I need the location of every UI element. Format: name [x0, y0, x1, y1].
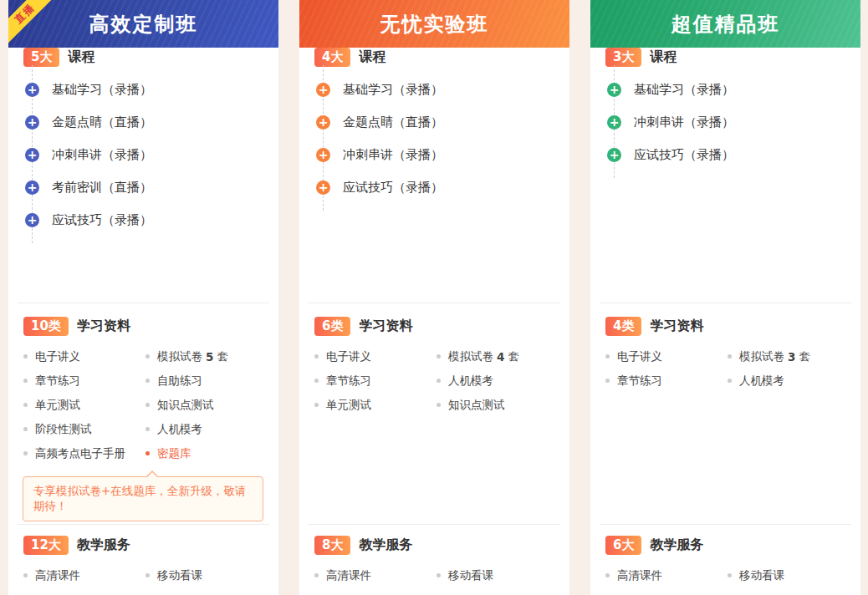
service-text: 高清课件: [35, 568, 80, 583]
course-item[interactable]: + 基础学习（录播）: [316, 74, 569, 106]
expand-plus-icon[interactable]: +: [607, 148, 621, 162]
material-text: 模拟试卷: [448, 349, 493, 364]
service-item: 移动看课: [146, 563, 278, 587]
material-unit: 套: [508, 349, 519, 364]
bullet-icon: [437, 379, 441, 383]
material-item: 章节练习: [605, 369, 728, 393]
course-item[interactable]: + 冲刺串讲（录播）: [25, 139, 278, 171]
material-item: 知识点测试: [146, 393, 278, 417]
material-item: 章节练习: [23, 369, 146, 393]
course-item[interactable]: + 应试技巧（录播）: [25, 204, 278, 236]
plan-header-premium: 直播 高效定制班: [8, 0, 278, 48]
section-label: 学习资料: [77, 318, 130, 335]
material-count: 3: [788, 350, 795, 364]
course-name: 冲刺串讲（录播）: [343, 147, 443, 163]
service-item: 高清课件: [605, 563, 728, 587]
material-item: 阶段性测试: [23, 417, 146, 441]
section-label: 学习资料: [650, 318, 703, 335]
material-item: 模拟试卷 4 套: [437, 344, 569, 369]
course-name: 金题点睛（直播）: [52, 114, 152, 130]
plan-card-premium: 直播 高效定制班 5大 课程 + 基础学习（录播） + 金题点睛（直播） + 冲…: [8, 0, 278, 595]
course-item[interactable]: + 应试技巧（录播）: [316, 171, 569, 204]
bullet-icon: [728, 573, 732, 577]
course-item[interactable]: + 金题点睛（直播）: [25, 106, 278, 139]
services-grid: 高清课件 移动看课: [605, 563, 860, 587]
material-text: 电子讲义: [617, 349, 662, 364]
materials-section: 6类 学习资料 电子讲义 模拟试卷 4 套 章节练习: [299, 303, 569, 524]
service-text: 高清课件: [617, 568, 662, 583]
plan-card-basic: 超值精品班 3大 课程 + 基础学习（录播） + 冲刺串讲（录播） + 应试技巧…: [590, 0, 860, 595]
expand-plus-icon[interactable]: +: [316, 181, 330, 195]
course-name: 基础学习（录播）: [634, 82, 734, 98]
material-text: 人机模考: [157, 422, 202, 437]
service-text: 高清课件: [326, 568, 371, 583]
course-name: 基础学习（录播）: [343, 82, 443, 98]
materials-tooltip: 专享模拟试卷+在线题库，全新升级，敬请期待！: [23, 476, 263, 521]
material-item: 人机模考: [437, 369, 569, 393]
material-item: 单元测试: [23, 393, 146, 417]
count-badge: 5大: [23, 48, 59, 67]
course-item[interactable]: + 基础学习（录播）: [607, 74, 860, 106]
course-item[interactable]: + 金题点睛（直播）: [316, 106, 569, 139]
count-badge: 4类: [605, 317, 641, 336]
course-item[interactable]: + 应试技巧（录播）: [607, 139, 860, 171]
plan-card-standard: 无忧实验班 4大 课程 + 基础学习（录播） + 金题点睛（直播） + 冲刺串讲…: [299, 0, 569, 595]
services-heading: 12大 教学服务: [8, 525, 278, 555]
courses-heading: 5大 课程: [8, 48, 278, 67]
services-grid: 高清课件 移动看课: [314, 563, 569, 587]
material-text: 密题库: [157, 446, 191, 461]
material-item: 电子讲义: [314, 344, 437, 369]
materials-heading: 4类 学习资料: [590, 303, 860, 336]
expand-plus-icon[interactable]: +: [316, 83, 330, 97]
bullet-icon: [146, 451, 150, 455]
courses-section: 3大 课程 + 基础学习（录播） + 冲刺串讲（录播） + 应试技巧（录播）: [590, 48, 860, 303]
plan-header-standard: 无忧实验班: [299, 0, 569, 48]
bullet-icon: [23, 403, 28, 407]
course-name: 应试技巧（录播）: [343, 180, 443, 196]
expand-plus-icon[interactable]: +: [25, 213, 39, 227]
material-text: 自助练习: [157, 374, 202, 389]
expand-plus-icon[interactable]: +: [316, 115, 330, 130]
expand-plus-icon[interactable]: +: [25, 148, 39, 162]
expand-plus-icon[interactable]: +: [25, 181, 39, 195]
course-list: + 基础学习（录播） + 金题点睛（直播） + 冲刺串讲（录播） + 考前密训（…: [25, 74, 278, 236]
service-item: 移动看课: [728, 563, 860, 587]
courses-heading: 4大 课程: [299, 48, 569, 67]
material-item: 模拟试卷 5 套: [146, 344, 278, 369]
material-text: 知识点测试: [448, 398, 505, 413]
material-text: 知识点测试: [157, 398, 214, 413]
corner-ribbon: 直播: [8, 0, 62, 48]
course-list: + 基础学习（录播） + 冲刺串讲（录播） + 应试技巧（录播）: [607, 74, 860, 171]
materials-grid: 电子讲义 模拟试卷 5 套 章节练习 自助练习: [23, 344, 278, 465]
count-badge: 3大: [605, 48, 641, 67]
expand-plus-icon[interactable]: +: [316, 148, 330, 162]
material-item: 电子讲义: [605, 344, 728, 369]
course-item[interactable]: + 基础学习（录播）: [25, 74, 278, 106]
materials-section: 10类 学习资料 电子讲义 模拟试卷 5 套 章节练习: [8, 303, 278, 524]
material-item-mitiku[interactable]: 密题库: [146, 441, 278, 465]
expand-plus-icon[interactable]: +: [25, 115, 39, 130]
course-item[interactable]: + 考前密训（直播）: [25, 171, 278, 204]
expand-plus-icon[interactable]: +: [607, 115, 621, 130]
expand-plus-icon[interactable]: +: [25, 83, 39, 97]
count-badge: 6类: [314, 317, 350, 336]
bullet-icon: [146, 379, 150, 383]
services-heading: 6大 教学服务: [590, 525, 860, 555]
bullet-icon: [728, 379, 732, 383]
section-label: 课程: [359, 48, 385, 66]
services-grid: 高清课件 移动看课: [23, 563, 278, 587]
course-name: 金题点睛（直播）: [343, 114, 443, 130]
material-text: 人机模考: [739, 374, 784, 389]
material-item: 自助练习: [146, 369, 278, 393]
count-badge: 12大: [23, 536, 69, 555]
material-text: 章节练习: [35, 374, 80, 389]
material-text: 章节练习: [617, 374, 662, 389]
course-item[interactable]: + 冲刺串讲（录播）: [607, 106, 860, 139]
service-text: 移动看课: [739, 568, 784, 583]
material-count: 4: [497, 350, 504, 364]
material-item: 电子讲义: [23, 344, 146, 369]
course-item[interactable]: + 冲刺串讲（录播）: [316, 139, 569, 171]
material-unit: 套: [217, 349, 228, 364]
expand-plus-icon[interactable]: +: [607, 83, 621, 97]
material-item: 高频考点电子手册: [23, 441, 146, 465]
